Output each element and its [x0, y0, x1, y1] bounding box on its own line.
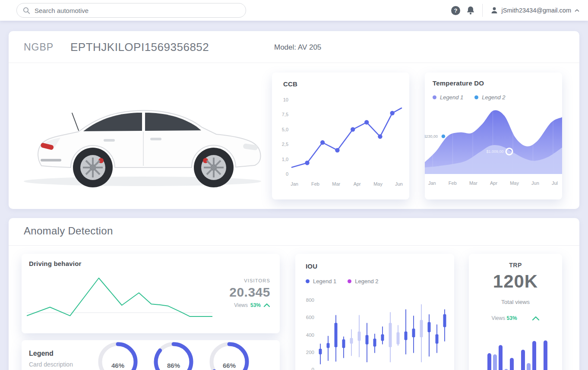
ring-percent-label: 66% [209, 362, 250, 369]
vehicle-serial: EPTHJKILOPI1569356852 [70, 41, 209, 54]
ccb-line-chart: 107,55,02,51,00JanFebMarAprMayJun [272, 73, 409, 199]
bell-icon [466, 6, 475, 15]
temperature-chart-card: Temperature DO Legend 1Legend 2 $230,00$… [425, 73, 562, 199]
legend-item: Legend 1 [433, 94, 463, 101]
svg-text:Jan: Jan [291, 181, 298, 187]
temperature-title: Temperature DO [433, 79, 484, 87]
legend-item: Legend 1 [306, 278, 336, 285]
trp-views-label: Views [491, 315, 505, 321]
svg-text:$1.009,00: $1.009,00 [487, 149, 504, 154]
svg-text:10: 10 [283, 97, 288, 102]
vehicle-header: NGBP EPTHJKILOPI1569356852 Model: AV 205 [9, 31, 579, 63]
svg-text:1,0: 1,0 [282, 157, 288, 162]
driving-spark-chart [27, 276, 212, 319]
user-icon [490, 6, 498, 14]
svg-text:Mar: Mar [332, 181, 340, 187]
legend-item: Legend 2 [348, 278, 378, 285]
axis-tick-label: Mar [469, 180, 477, 186]
svg-text:2,5: 2,5 [282, 142, 288, 147]
vehicle-code: NGBP [24, 41, 54, 53]
trp-views-row: Views 53% [469, 315, 562, 321]
car-image [13, 74, 272, 195]
views-label: Views [234, 302, 248, 308]
iou-legend: Legend 1Legend 2 [306, 278, 378, 285]
svg-text:0: 0 [312, 367, 314, 370]
search-icon [23, 7, 30, 14]
svg-text:600: 600 [306, 315, 314, 320]
vehicle-model: Model: AV 205 [274, 43, 321, 52]
ring-percent-label: 46% [97, 362, 139, 369]
anomaly-section-title: Anomaly Detection [24, 225, 113, 237]
driving-behavior-card: Driving behavior VISITORS 20.345 Views 5… [22, 254, 280, 333]
svg-text:May: May [373, 181, 383, 187]
svg-text:Jun: Jun [395, 181, 403, 187]
legend-rings-card: Legend Card description 46%86%66% [22, 340, 280, 370]
svg-text:200: 200 [306, 350, 314, 355]
ring-percent-label: 86% [153, 362, 194, 369]
topbar-divider [482, 4, 483, 17]
search-box [16, 3, 246, 18]
anomaly-section: Anomaly Detection Driving behavior VISIT… [9, 218, 579, 370]
progress-ring: 86% [153, 341, 194, 370]
legend-label: Legend 1 [313, 278, 336, 285]
svg-text:400: 400 [306, 332, 314, 338]
trend-up-icon [532, 316, 540, 321]
iou-title: IOU [306, 262, 317, 270]
trp-bar-chart [469, 338, 562, 370]
progress-ring: 66% [209, 341, 250, 370]
axis-tick-label: Apr [490, 180, 497, 186]
ccb-chart-card: CCB 107,55,02,51,00JanFebMarAprMayJun [272, 73, 409, 199]
legend-label: Legend 2 [355, 278, 378, 285]
page: ? jSmith23434@gmail.com [0, 0, 588, 370]
views-pct: 53% [250, 302, 261, 308]
trp-subtitle: Total views [469, 299, 562, 305]
legend-dot-icon [306, 279, 310, 283]
legend-dot-icon [474, 95, 478, 99]
legend-dot-icon [433, 95, 436, 99]
trp-views-pct: 53% [507, 315, 517, 321]
legend-item: Legend 2 [474, 94, 505, 101]
topbar-actions: ? jSmith23434@gmail.com [449, 0, 579, 21]
visitors-label: VISITORS [229, 278, 270, 283]
axis-tick-label: Feb [449, 180, 457, 186]
temperature-area-chart: $230,00$1.009,00 [425, 108, 562, 174]
legend-label: Legend 1 [440, 94, 463, 101]
trp-title: TRP [469, 262, 562, 269]
svg-text:$230,00: $230,00 [425, 134, 438, 139]
temperature-legend: Legend 1Legend 2 [433, 94, 505, 101]
legend-card-title: Legend [29, 350, 54, 357]
trend-up-icon [263, 303, 270, 307]
temperature-x-axis: JanFebMarAprMayJunJul [428, 180, 558, 186]
visitors-value: 20.345 [229, 285, 270, 300]
user-email: jSmith23434@gmail.com [502, 7, 571, 14]
legend-label: Legend 2 [482, 94, 505, 101]
axis-tick-label: Jun [531, 180, 539, 186]
trp-value: 120K [469, 271, 562, 292]
svg-text:Feb: Feb [311, 181, 319, 187]
legend-card-description: Card description [29, 361, 73, 368]
anomaly-divider [9, 245, 579, 246]
driving-title: Driving behavior [29, 260, 82, 267]
trp-card: TRP 120K Total views Views 53% [469, 254, 562, 370]
legend-dot-icon [348, 279, 351, 283]
notifications-button[interactable] [463, 3, 478, 18]
axis-tick-label: Jul [552, 180, 558, 186]
help-icon: ? [451, 6, 460, 15]
progress-ring: 46% [97, 341, 139, 370]
user-menu[interactable]: jSmith23434@gmail.com [490, 6, 579, 14]
axis-tick-label: Jan [428, 180, 436, 186]
vehicle-card: NGBP EPTHJKILOPI1569356852 Model: AV 205 [9, 31, 579, 209]
help-button[interactable]: ? [449, 3, 463, 18]
axis-tick-label: May [510, 180, 519, 186]
svg-text:Apr: Apr [354, 181, 361, 187]
svg-text:5,0: 5,0 [282, 127, 288, 132]
search-input[interactable] [35, 7, 240, 14]
svg-text:0: 0 [286, 171, 288, 177]
visitors-stats: VISITORS 20.345 Views 53% [229, 278, 270, 308]
iou-candlestick-chart: 8006004002000 [295, 295, 454, 370]
svg-text:800: 800 [306, 297, 314, 303]
iou-chart-card: IOU Legend 1Legend 2 8006004002000 [295, 254, 454, 370]
svg-text:7,5: 7,5 [282, 112, 288, 117]
chevron-up-icon [575, 9, 579, 12]
top-bar: ? jSmith23434@gmail.com [0, 0, 588, 21]
